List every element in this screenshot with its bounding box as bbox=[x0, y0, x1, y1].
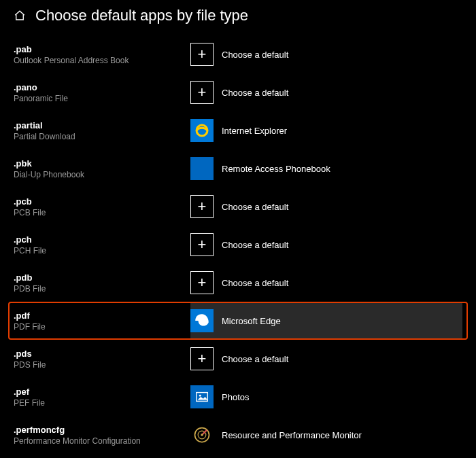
extension-label: .pds bbox=[14, 349, 190, 359]
svg-point-0 bbox=[197, 125, 207, 136]
extension-desc: PDS File bbox=[14, 360, 190, 370]
extension-label: .pdf bbox=[14, 311, 190, 321]
extension-cell: .pcb PCB File bbox=[14, 196, 190, 217]
extension-cell: .pds PDS File bbox=[14, 349, 190, 370]
app-name-label: Choose a default bbox=[222, 354, 288, 364]
plus-icon: + bbox=[190, 271, 214, 294]
extension-cell: .pdb PDB File bbox=[14, 272, 190, 294]
app-name-label: Choose a default bbox=[222, 278, 288, 288]
file-type-row: .pbk Dial-Up Phonebook Remote Access Pho… bbox=[0, 149, 476, 188]
plus-icon: + bbox=[190, 43, 214, 66]
extension-cell: .pch PCH File bbox=[14, 234, 190, 256]
app-selector[interactable]: + Choose a default bbox=[190, 347, 288, 370]
home-icon[interactable] bbox=[14, 10, 26, 22]
perfmon-icon bbox=[190, 423, 214, 446]
extension-label: .pch bbox=[14, 234, 190, 245]
app-name-label: Choose a default bbox=[222, 50, 288, 60]
file-type-list: .pab Outlook Personal Address Book + Cho… bbox=[0, 31, 476, 454]
page-title: Choose default apps by file type bbox=[35, 7, 248, 24]
app-name-label: Remote Access Phonebook bbox=[222, 164, 330, 174]
app-selector[interactable]: + Choose a default bbox=[190, 195, 288, 218]
microsoft-edge-icon bbox=[190, 309, 214, 332]
file-type-row: .pds PDS File + Choose a default bbox=[0, 340, 476, 378]
extension-label: .perfmoncfg bbox=[14, 425, 190, 435]
app-selector[interactable]: Microsoft Edge bbox=[190, 309, 281, 332]
extension-cell: .pef PEF File bbox=[14, 387, 190, 408]
file-type-row: .pab Outlook Personal Address Book + Cho… bbox=[0, 35, 476, 73]
extension-cell: .partial Partial Download bbox=[14, 120, 190, 141]
app-icon bbox=[190, 157, 214, 180]
plus-icon: + bbox=[190, 195, 214, 218]
extension-desc: PDF File bbox=[14, 322, 190, 332]
extension-cell: .pbk Dial-Up Phonebook bbox=[14, 158, 190, 179]
extension-label: .pano bbox=[14, 82, 190, 92]
app-name-label: Microsoft Edge bbox=[222, 316, 281, 326]
extension-desc: PCH File bbox=[14, 246, 190, 256]
extension-label: .pef bbox=[14, 387, 190, 397]
extension-desc: Performance Monitor Configuration bbox=[14, 436, 190, 446]
app-selector[interactable]: Resource and Performance Monitor bbox=[190, 423, 362, 446]
extension-cell: .pano Panoramic File bbox=[14, 82, 190, 103]
app-name-label: Choose a default bbox=[222, 240, 288, 250]
file-type-row: .partial Partial Download Internet Explo… bbox=[0, 111, 476, 149]
app-selector[interactable]: + Choose a default bbox=[190, 233, 288, 256]
file-type-row: .pch PCH File + Choose a default bbox=[0, 226, 476, 264]
plus-icon: + bbox=[190, 81, 214, 104]
extension-desc: Panoramic File bbox=[14, 94, 190, 103]
internet-explorer-icon bbox=[190, 119, 214, 142]
app-selector[interactable]: Internet Explorer bbox=[190, 119, 287, 142]
svg-point-2 bbox=[199, 395, 201, 397]
extension-label: .pcb bbox=[14, 196, 190, 207]
extension-label: .partial bbox=[14, 120, 190, 130]
file-type-row: .pano Panoramic File + Choose a default bbox=[0, 73, 476, 111]
app-selector[interactable]: + Choose a default bbox=[190, 271, 288, 294]
photos-icon bbox=[190, 385, 214, 408]
app-selector[interactable]: + Choose a default bbox=[190, 43, 288, 66]
extension-desc: Outlook Personal Address Book bbox=[14, 56, 190, 65]
extension-cell: .pdf PDF File bbox=[14, 311, 190, 332]
file-type-row-highlighted: .pdf PDF File Microsoft Edge bbox=[0, 302, 476, 340]
extension-desc: PDB File bbox=[14, 284, 190, 294]
extension-desc: Dial-Up Phonebook bbox=[14, 170, 190, 179]
svg-point-5 bbox=[201, 434, 203, 436]
plus-icon: + bbox=[190, 233, 214, 256]
extension-label: .pbk bbox=[14, 158, 190, 169]
app-selector[interactable]: Remote Access Phonebook bbox=[190, 157, 330, 180]
app-selector[interactable]: + Choose a default bbox=[190, 81, 288, 104]
extension-desc: PEF File bbox=[14, 398, 190, 408]
app-selector[interactable]: Photos bbox=[190, 385, 249, 408]
app-name-label: Resource and Performance Monitor bbox=[222, 430, 362, 440]
extension-desc: PCB File bbox=[14, 208, 190, 217]
extension-label: .pdb bbox=[14, 272, 190, 283]
extension-cell: .pab Outlook Personal Address Book bbox=[14, 44, 190, 65]
file-type-row: .perfmoncfg Performance Monitor Configur… bbox=[0, 416, 476, 454]
app-name-label: Internet Explorer bbox=[222, 126, 287, 136]
header: Choose default apps by file type bbox=[0, 0, 476, 31]
file-type-row: .pdb PDB File + Choose a default bbox=[0, 264, 476, 302]
app-name-label: Choose a default bbox=[222, 202, 288, 212]
extension-desc: Partial Download bbox=[14, 132, 190, 141]
file-type-row: .pef PEF File Photos bbox=[0, 378, 476, 416]
extension-cell: .perfmoncfg Performance Monitor Configur… bbox=[14, 425, 190, 446]
app-name-label: Photos bbox=[222, 392, 249, 402]
extension-label: .pab bbox=[14, 44, 190, 54]
plus-icon: + bbox=[190, 347, 214, 370]
file-type-row: .pcb PCB File + Choose a default bbox=[0, 188, 476, 226]
app-name-label: Choose a default bbox=[222, 88, 288, 98]
